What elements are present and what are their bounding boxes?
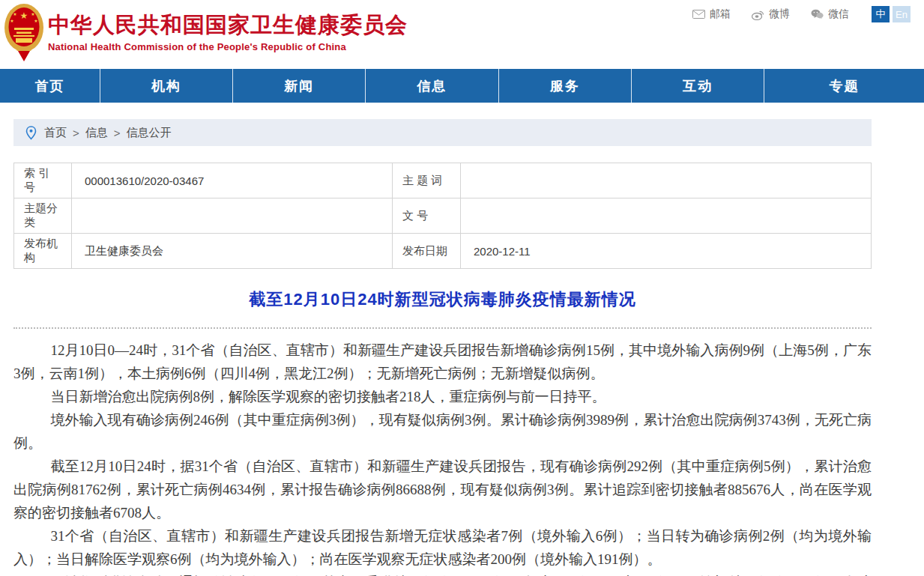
table-row: 主题分类 文 号	[14, 198, 872, 234]
svg-text:★: ★	[13, 12, 16, 16]
site-title: 中华人民共和国国家卫生健康委员会	[48, 12, 408, 37]
weibo-link[interactable]: 微博	[752, 7, 790, 21]
subject-word-label: 主 题 词	[393, 163, 461, 198]
table-row: 索 引 号 000013610/2020-03467 主 题 词	[14, 163, 872, 198]
nav-item-topics[interactable]: 专题	[764, 69, 924, 103]
lang-en-button[interactable]: En	[893, 6, 911, 22]
table-row: 发布机构 卫生健康委员会 发布日期 2020-12-11	[14, 234, 872, 269]
article-body: 12月10日0—24时，31个省（自治区、直辖市）和新疆生产建设兵团报告新增确诊…	[13, 339, 872, 576]
nav-item-interact[interactable]: 互动	[632, 69, 764, 103]
article-paragraph: 境外输入现有确诊病例246例（其中重症病例3例），现有疑似病例3例。累计确诊病例…	[13, 408, 872, 455]
breadcrumb-separator: >	[114, 127, 121, 139]
main-nav: 首页 机构 新闻 信息 服务 互动 专题	[0, 69, 924, 103]
wechat-icon	[811, 9, 824, 19]
mail-icon	[692, 10, 705, 19]
dotted-divider	[13, 327, 872, 329]
breadcrumb-separator: >	[73, 127, 79, 139]
lang-zh-button[interactable]: 中	[872, 6, 890, 22]
article-paragraph: 截至12月10日24时，据31个省（自治区、直辖市）和新疆生产建设兵团报告，现有…	[13, 455, 872, 524]
breadcrumb-info[interactable]: 信息	[85, 126, 108, 140]
article-paragraph: 12月10日0—24时，31个省（自治区、直辖市）和新疆生产建设兵团报告新增确诊…	[13, 339, 872, 385]
breadcrumb: 首页 > 信息 > 信息公开	[13, 119, 872, 146]
info-table: 索 引 号 000013610/2020-03467 主 题 词 主题分类 文 …	[13, 163, 872, 269]
nav-item-orgs[interactable]: 机构	[100, 69, 233, 103]
location-pin-icon	[25, 126, 37, 140]
nav-item-info[interactable]: 信息	[366, 69, 498, 103]
svg-text:★: ★	[20, 10, 28, 21]
publish-date-value: 2020-12-11	[461, 234, 872, 269]
weibo-label: 微博	[769, 7, 790, 21]
breadcrumb-info-disclosure[interactable]: 信息公开	[127, 126, 172, 140]
svg-text:★: ★	[10, 19, 13, 23]
mail-link[interactable]: 邮箱	[692, 7, 731, 21]
wechat-link[interactable]: 微信	[811, 7, 849, 21]
publish-date-label: 发布日期	[393, 234, 461, 269]
wechat-label: 微信	[828, 7, 849, 21]
mail-label: 邮箱	[710, 7, 731, 21]
site-subtitle: National Health Commission of the People…	[48, 41, 408, 52]
doc-number-value	[461, 198, 872, 234]
topic-category-value	[72, 198, 393, 234]
topic-category-label: 主题分类	[14, 198, 72, 234]
article-title: 截至12月10日24时新型冠状病毒肺炎疫情最新情况	[13, 288, 872, 311]
svg-text:★: ★	[31, 12, 34, 16]
nav-item-news[interactable]: 新闻	[233, 69, 366, 103]
weibo-icon	[752, 9, 764, 20]
issuing-agency-value: 卫生健康委员会	[72, 234, 393, 269]
article-paragraph: 累计收到港澳台地区通报确诊病例8061例。其中，香港特别行政区7291例（出院5…	[13, 571, 872, 576]
language-toggle: 中 En	[872, 6, 911, 22]
article-paragraph: 当日新增治愈出院病例8例，解除医学观察的密切接触者218人，重症病例与前一日持平…	[13, 385, 872, 408]
subject-word-value	[461, 163, 872, 198]
svg-text:★: ★	[34, 19, 37, 23]
nav-item-services[interactable]: 服务	[499, 69, 632, 103]
header-quick-links: 邮箱 微博 微信 中 En	[671, 6, 911, 22]
doc-number-label: 文 号	[393, 198, 461, 234]
site-header: ★ ★ ★ ★ ★ 中华人民共和国国家卫生健康委员会 National Heal…	[0, 0, 924, 69]
index-number-label: 索 引 号	[14, 163, 72, 198]
nav-item-home[interactable]: 首页	[0, 69, 100, 103]
index-number-value: 000013610/2020-03467	[72, 163, 393, 198]
national-emblem-icon: ★ ★ ★ ★ ★	[4, 3, 44, 61]
issuing-agency-label: 发布机构	[14, 234, 72, 269]
breadcrumb-home[interactable]: 首页	[44, 126, 67, 140]
article-paragraph: 31个省（自治区、直辖市）和新疆生产建设兵团报告新增无症状感染者7例（境外输入6…	[13, 524, 872, 571]
